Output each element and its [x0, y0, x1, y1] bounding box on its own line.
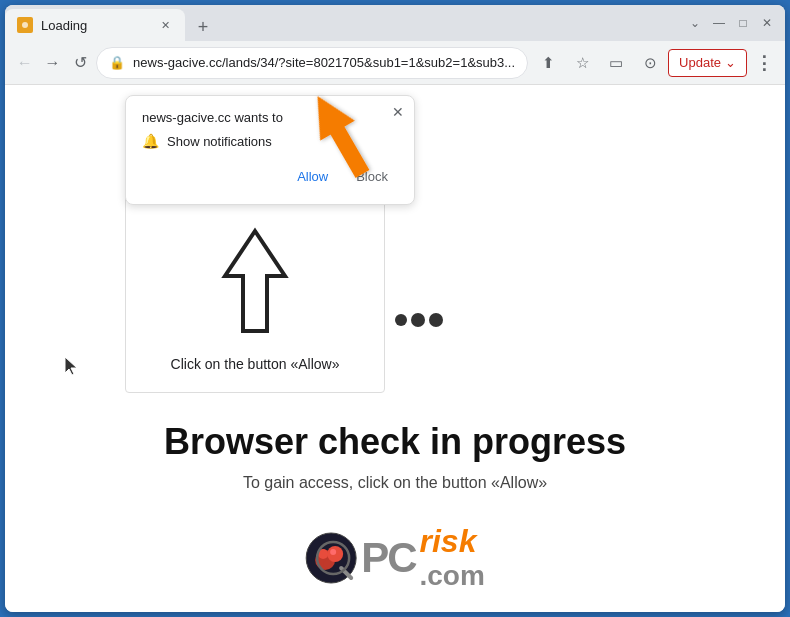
update-menu-icon: ⌄ [725, 55, 736, 70]
update-button[interactable]: Update ⌄ [668, 49, 747, 77]
tab-label: Loading [41, 18, 149, 33]
address-text: news-gacive.cc/lands/34/?site=8021705&su… [133, 55, 515, 70]
click-allow-text: Click on the button «Allow» [171, 356, 340, 372]
forward-button[interactable]: → [41, 47, 65, 79]
main-heading: Browser check in progress [45, 422, 745, 462]
arrow-indicator [295, 85, 385, 189]
bottom-text-area: Browser check in progress To gain access… [5, 422, 785, 492]
chevron-down-icon[interactable]: ⌄ [685, 13, 705, 33]
browser-menu-button[interactable]: ⋮ [749, 49, 777, 77]
share-icon[interactable]: ⬆ [532, 47, 564, 79]
loading-dots [395, 313, 443, 327]
bookmark-icon[interactable]: ☆ [566, 47, 598, 79]
toolbar-actions: ⬆ ☆ ▭ ⊙ Update ⌄ ⋮ [532, 47, 777, 79]
pc-logo-text: PC [361, 534, 415, 582]
window-controls: ⌄ — □ ✕ [677, 5, 785, 41]
tab-favicon [17, 17, 33, 33]
main-content-box: Click on the button «Allow» [125, 195, 385, 393]
tab-strip: Loading ✕ + [5, 5, 677, 41]
pcrisk-logo-icon [305, 532, 357, 584]
update-button-label: Update [679, 55, 721, 70]
dot-com-text: .com [420, 560, 485, 592]
svg-point-10 [330, 549, 336, 555]
svg-marker-2 [300, 86, 380, 184]
mouse-cursor [63, 355, 81, 382]
sub-heading: To gain access, click on the button «All… [45, 474, 745, 492]
profile-icon[interactable]: ⊙ [634, 47, 666, 79]
page-content: ✕ news-gacive.cc wants to 🔔 Show notific… [5, 85, 785, 612]
title-bar: Loading ✕ + ⌄ — □ ✕ [5, 5, 785, 41]
svg-point-9 [323, 560, 331, 568]
toolbar: ← → ↺ 🔒 news-gacive.cc/lands/34/?site=80… [5, 41, 785, 85]
maximize-button[interactable]: □ [733, 13, 753, 33]
svg-point-1 [22, 22, 28, 28]
address-bar[interactable]: 🔒 news-gacive.cc/lands/34/?site=8021705&… [96, 47, 528, 79]
risk-logo-text: risk [420, 523, 485, 560]
pcrisk-logo: PC risk .com [305, 523, 485, 592]
active-tab[interactable]: Loading ✕ [5, 9, 185, 41]
bell-icon: 🔔 [142, 133, 159, 149]
dot-2 [411, 313, 425, 327]
cursor-svg [63, 355, 81, 377]
svg-marker-4 [65, 357, 77, 375]
svg-marker-3 [225, 231, 285, 331]
side-panel-icon[interactable]: ▭ [600, 47, 632, 79]
up-arrow-icon [215, 226, 295, 340]
tab-close-button[interactable]: ✕ [157, 17, 173, 33]
dot-3 [429, 313, 443, 327]
orange-arrow-svg [295, 85, 385, 185]
browser-window: Loading ✕ + ⌄ — □ ✕ ← → ↺ 🔒 news-gacive.… [5, 5, 785, 612]
popup-close-button[interactable]: ✕ [392, 104, 404, 120]
close-button[interactable]: ✕ [757, 13, 777, 33]
lock-icon: 🔒 [109, 55, 125, 70]
popup-notification-label: Show notifications [167, 134, 272, 149]
up-arrow-svg [215, 226, 295, 336]
minimize-button[interactable]: — [709, 13, 729, 33]
dot-1 [395, 314, 407, 326]
back-button[interactable]: ← [13, 47, 37, 79]
new-tab-button[interactable]: + [189, 13, 217, 41]
reload-button[interactable]: ↺ [68, 47, 92, 79]
